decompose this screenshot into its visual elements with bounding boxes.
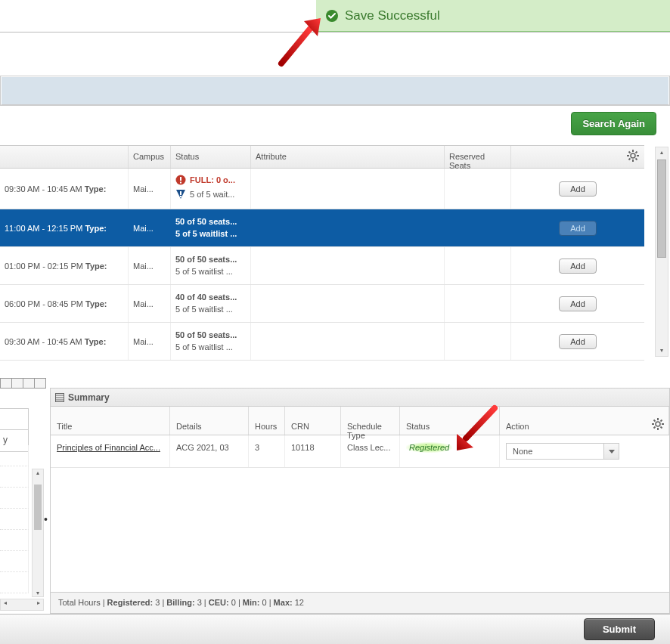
add-button[interactable]: Add xyxy=(559,221,597,236)
summary-row[interactable]: Principles of Financial Acc... ACG 2021,… xyxy=(51,435,669,468)
col-attribute[interactable]: Attribute xyxy=(251,146,445,168)
results-table: Campus Status Attribute Reserved Seats 0… xyxy=(0,145,644,361)
alert-icon xyxy=(175,175,186,188)
svg-line-24 xyxy=(654,420,656,422)
svg-rect-12 xyxy=(180,182,181,184)
add-button[interactable]: Add xyxy=(559,181,597,197)
add-button[interactable]: Add xyxy=(559,296,597,311)
table-row[interactable]: 01:00 PM - 02:15 PM Type: Mai... 50 of 5… xyxy=(0,247,644,285)
annotation-arrow-icon xyxy=(454,404,499,452)
svg-rect-13 xyxy=(180,191,181,195)
svg-rect-11 xyxy=(180,177,181,181)
scroll-down-icon[interactable]: ▾ xyxy=(656,345,668,356)
svg-line-26 xyxy=(661,420,662,422)
summary-header: Summary xyxy=(51,389,669,407)
svg-line-8 xyxy=(636,152,637,153)
table-row[interactable]: 09:30 AM - 10:45 AM Type: Mai... FULL: 0… xyxy=(0,169,644,209)
gear-icon[interactable] xyxy=(651,417,665,433)
status-badge: Registered xyxy=(406,442,452,453)
top-divider xyxy=(0,32,670,33)
save-notification: Save Successful xyxy=(316,0,670,32)
left-mini-scrollbar[interactable]: ▴ ▾ xyxy=(32,469,44,597)
col-campus[interactable]: Campus xyxy=(129,146,171,168)
bottom-bar: Submit xyxy=(0,614,670,644)
summary-footer: Total Hours | Registered: 3 | Billing: 3… xyxy=(51,592,669,613)
summary-panel: Summary Title Details Hours CRN Schedule… xyxy=(50,388,670,614)
table-row[interactable]: 09:30 AM - 10:45 AM Type: Mai... 50 of 5… xyxy=(0,323,644,361)
svg-line-27 xyxy=(654,427,656,429)
svg-line-25 xyxy=(661,427,662,429)
col-reserved[interactable]: Reserved Seats xyxy=(445,146,511,168)
svg-line-9 xyxy=(629,159,631,160)
search-again-button[interactable]: Search Again xyxy=(571,112,656,135)
add-button[interactable]: Add xyxy=(559,259,597,274)
table-row[interactable]: 06:00 PM - 08:45 PM Type: Mai... 40 of 4… xyxy=(0,285,644,323)
check-circle-icon xyxy=(325,9,339,23)
shield-down-icon xyxy=(175,189,186,203)
scroll-thumb[interactable] xyxy=(657,159,666,258)
svg-point-19 xyxy=(656,422,660,426)
results-table-header: Campus Status Attribute Reserved Seats xyxy=(0,146,644,169)
left-grid: • xyxy=(0,445,29,593)
left-mini-hscroll[interactable]: ◂▸ xyxy=(0,599,44,611)
summary-columns: Title Details Hours CRN Schedule Type St… xyxy=(51,407,669,435)
dot-indicator: • xyxy=(44,513,48,525)
col-status[interactable]: Status xyxy=(171,146,251,168)
notification-text: Save Successful xyxy=(345,8,440,23)
table-row[interactable]: 11:00 AM - 12:15 PM Type: Mai... 50 of 5… xyxy=(0,209,644,247)
svg-point-1 xyxy=(631,153,635,158)
results-scrollbar[interactable]: ▴ ▾ xyxy=(655,147,668,357)
annotation-arrow-icon xyxy=(277,15,322,68)
svg-rect-14 xyxy=(180,196,181,197)
svg-line-6 xyxy=(629,152,631,153)
add-button[interactable]: Add xyxy=(559,334,597,349)
submit-button[interactable]: Submit xyxy=(584,618,655,640)
course-title-link[interactable]: Principles of Financial Acc... xyxy=(57,443,160,452)
chevron-down-icon[interactable] xyxy=(604,443,619,460)
panel-icon xyxy=(55,393,64,402)
action-select[interactable]: None xyxy=(506,443,663,460)
splitter-handles[interactable] xyxy=(0,378,60,389)
gear-icon[interactable] xyxy=(626,149,640,164)
scroll-up-icon[interactable]: ▴ xyxy=(656,147,668,158)
svg-line-7 xyxy=(636,159,637,160)
header-band xyxy=(0,76,670,106)
